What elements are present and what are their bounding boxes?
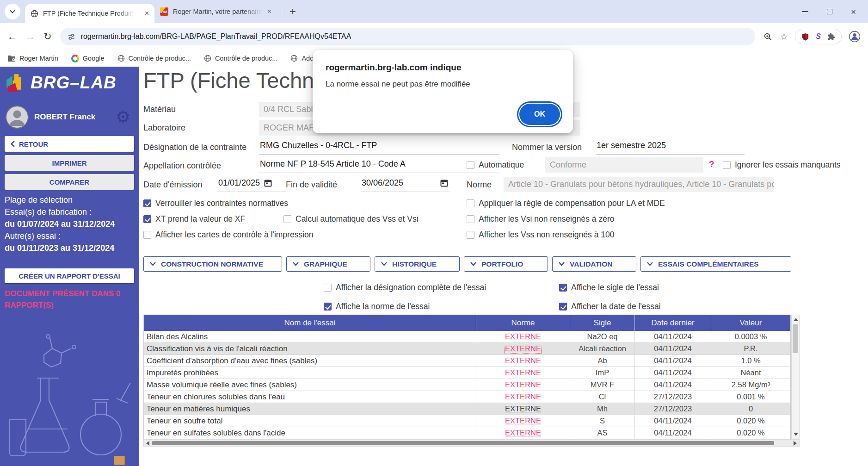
table-row[interactable]: Teneur en sulfates solubles dans l'acide… [144, 427, 790, 439]
retour-button[interactable]: RETOUR [5, 136, 134, 152]
norme-externe-link[interactable]: EXTERNE [505, 404, 541, 413]
designation-label: Désignation de la contrainte [143, 143, 246, 152]
automatique-checkbox[interactable] [467, 161, 474, 169]
norme-externe-link[interactable]: EXTERNE [505, 356, 541, 365]
fin-validite-input[interactable]: 30/06/2025 [361, 177, 449, 192]
address-bar[interactable]: rogermartin.brg-lab.com/BRG-LAB/PAGE_Pla… [60, 28, 756, 45]
table-row[interactable]: Teneur en chlorures solubles dans l'eau … [144, 391, 790, 403]
bookmark-star-icon[interactable]: ☆ [780, 32, 788, 41]
table-row[interactable]: Masse volumique réelle avec fines (sable… [144, 379, 790, 391]
cartes-controle-checkbox[interactable] [143, 231, 151, 239]
bookmark-roger-martin[interactable]: Roger Martin [7, 55, 58, 62]
norme-essai-checkbox[interactable] [324, 303, 332, 311]
s-extension-icon[interactable]: S [816, 32, 821, 41]
section-historique[interactable]: HISTORIQUE [375, 256, 460, 272]
bookmark-google[interactable]: Google [71, 55, 105, 62]
back-button[interactable]: ← [7, 31, 17, 42]
reload-button[interactable]: ↻ [43, 31, 52, 42]
calendar-icon[interactable] [440, 179, 449, 187]
date-emission-input[interactable]: 01/01/2025 [217, 177, 286, 192]
table-row[interactable]: Teneur en soufre total EXTERNE S 04/11/2… [144, 415, 790, 427]
tab-close-icon[interactable]: × [145, 10, 149, 17]
essai-name: Bilan des Alcalins [144, 331, 476, 342]
appellation-input[interactable]: Norme NF P 18-545 Article 10 - Code A [259, 158, 499, 173]
section-label: VALIDATION [570, 260, 612, 268]
chevron-down-icon [470, 261, 477, 267]
bookmark-controle-2[interactable]: Contrôle de produc... [204, 55, 277, 62]
zoom-icon[interactable] [763, 32, 772, 41]
norme-externe-link[interactable]: EXTERNE [505, 392, 541, 401]
ok-button[interactable]: OK [519, 104, 560, 125]
window-close-button[interactable]: × [851, 7, 856, 16]
table-vertical-scrollbar[interactable] [791, 315, 800, 439]
maximize-button[interactable] [827, 9, 832, 14]
chevron-down-icon [149, 261, 156, 267]
dialog-message: La norme essai ne peut pas être modifiée [326, 80, 560, 89]
create-report-button[interactable]: CRÉER UN RAPPORT D'ESSAI [5, 268, 134, 283]
norme-externe-link[interactable]: EXTERNE [505, 368, 541, 377]
forward-button[interactable]: → [25, 31, 35, 42]
globe-icon [117, 55, 125, 62]
section-construction-normative[interactable]: CONSTRUCTION NORMATIVE [143, 256, 282, 272]
bookmark-controle-1[interactable]: Contrôle de produc... [117, 55, 191, 62]
calendar-icon[interactable] [264, 179, 272, 187]
scroll-right-icon[interactable] [794, 441, 797, 446]
table-row[interactable]: Bilan des Alcalins EXTERNE Na2O eq 04/11… [144, 331, 790, 343]
xt-xf-checkbox-row: XT prend la valeur de XF [143, 214, 245, 224]
norme-externe-link[interactable]: EXTERNE [505, 429, 541, 437]
comparer-button[interactable]: COMPARER [5, 174, 134, 190]
compensation-checkbox[interactable] [467, 199, 474, 207]
browser-tab-ftp[interactable]: FTP (Fiche Technique Produit) N × [25, 4, 154, 23]
essai-date: 04/11/2024 [635, 415, 711, 427]
section-graphique[interactable]: GRAPHIQUE [286, 256, 370, 272]
section-portfolio[interactable]: PORTFOLIO [464, 256, 548, 272]
new-tab-button[interactable]: + [285, 5, 301, 18]
compensation-checkbox-row: Appliquer la règle de compensation pour … [467, 199, 665, 208]
url-text: rogermartin.brg-lab.com/BRG-LAB/PAGE_Pla… [81, 32, 351, 41]
table-row[interactable]: Impuretés prohibées EXTERNE ImP 04/11/20… [144, 367, 790, 379]
calcul-auto-checkbox[interactable] [283, 215, 291, 223]
ignorer-checkbox[interactable] [723, 161, 731, 169]
scroll-down-icon[interactable] [794, 433, 798, 436]
scroll-up-icon[interactable] [794, 318, 798, 321]
table-row-selected[interactable]: Classification vis à vis de l'alcali réa… [144, 343, 790, 355]
norme-externe-link[interactable]: EXTERNE [505, 416, 541, 425]
section-label: CONSTRUCTION NORMATIVE [161, 260, 263, 268]
xt-xf-checkbox[interactable] [143, 215, 151, 223]
window-controls: × [802, 7, 868, 16]
minimize-button[interactable] [802, 11, 808, 12]
section-essais-complementaires[interactable]: ESSAIS COMPLÉMENTAIRES [640, 256, 791, 272]
date-essai-checkbox[interactable] [559, 303, 567, 311]
essai-valeur: 0.020 % [711, 415, 790, 427]
norme-externe-link[interactable]: EXTERNE [505, 344, 541, 353]
table-row[interactable]: Coefficient d'absorption d'eau avec fine… [144, 355, 790, 367]
site-settings-icon[interactable] [68, 33, 75, 41]
bookmark-add[interactable]: Add [290, 55, 314, 62]
settings-gear-icon[interactable]: ⚙ [116, 107, 130, 127]
ignorer-checkbox-row: Ignorer les essais manquants [723, 160, 841, 170]
verrouiller-checkbox[interactable] [143, 199, 151, 207]
imprimer-button[interactable]: IMPRIMER [5, 155, 134, 171]
date-essai-checkbox-row: Afficher la date de l'essai [559, 302, 661, 311]
vss-100-checkbox[interactable] [467, 231, 474, 239]
vsi-zero-checkbox[interactable] [467, 215, 474, 223]
designation-input[interactable]: RMG Chuzelles - 0-4RCL - FTP [259, 140, 499, 155]
norme-externe-link[interactable]: EXTERNE [505, 332, 541, 341]
extensions-puzzle-icon[interactable] [827, 33, 835, 41]
ublock-icon[interactable] [801, 33, 809, 41]
profile-avatar-icon[interactable] [849, 31, 861, 43]
designation-complete-checkbox[interactable] [324, 284, 332, 292]
tab-search-button[interactable] [5, 4, 20, 19]
version-input[interactable]: 1er semestre 2025 [596, 140, 745, 155]
help-question-mark[interactable]: ? [709, 159, 714, 169]
section-validation[interactable]: VALIDATION [552, 256, 636, 272]
norme-externe-link[interactable]: EXTERNE [505, 380, 541, 389]
sigle-essai-checkbox[interactable] [559, 284, 567, 292]
vertical-scroll-thumb[interactable] [793, 324, 798, 353]
browser-tab-roger-martin[interactable]: RM Roger Martin, votre partenaire t × [154, 7, 277, 16]
tab-close-icon[interactable]: × [267, 8, 271, 15]
table-row-selected[interactable]: Teneur en matières humiques EXTERNE Mh 2… [144, 403, 790, 415]
scroll-left-icon[interactable] [146, 441, 149, 446]
table-horizontal-scrollbar[interactable] [143, 439, 800, 447]
horizontal-scroll-thumb[interactable] [152, 441, 774, 445]
